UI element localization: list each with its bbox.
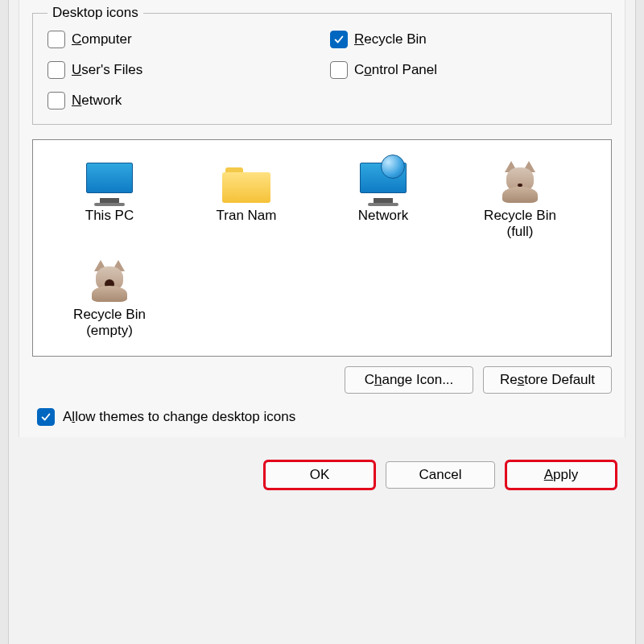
desktop-icons-group: Desktop icons Computer Recycle Bin — [32, 5, 612, 125]
checkbox-label: Control Panel — [354, 62, 437, 78]
checkbox-recycle-bin[interactable]: Recycle Bin — [330, 31, 597, 48]
icon-item-network[interactable]: Network — [315, 150, 452, 249]
checkbox-label: Allow themes to change desktop icons — [63, 409, 295, 425]
folder-icon — [217, 155, 275, 203]
checkbox-box — [47, 31, 65, 48]
network-icon — [354, 155, 412, 203]
icon-label: Recycle Bin (full) — [455, 208, 585, 241]
checkbox-label: Computer — [72, 31, 132, 47]
cat-open-icon — [80, 254, 138, 302]
icon-item-user-folder[interactable]: Tran Nam — [178, 150, 315, 249]
change-icon-button[interactable]: Change Icon... — [345, 366, 473, 394]
checkbox-label: Recycle Bin — [354, 31, 427, 47]
checkbox-box — [47, 61, 65, 79]
dialog-button-row: OK Cancel Apply — [9, 437, 635, 489]
icon-label: This PC — [44, 208, 175, 224]
icon-preview-panel: This PC Tran Nam Network — [32, 139, 612, 357]
icon-item-recycle-bin-full[interactable]: Recycle Bin (full) — [452, 150, 588, 249]
cancel-button[interactable]: Cancel — [386, 461, 495, 489]
checkbox-label: Network — [72, 93, 122, 109]
checkbox-box — [330, 31, 348, 48]
group-legend: Desktop icons — [47, 5, 143, 21]
monitor-icon — [80, 155, 138, 203]
checkbox-users-files[interactable]: User's Files — [47, 61, 314, 79]
icon-label: Recycle Bin (empty) — [44, 307, 175, 340]
checkbox-control-panel[interactable]: Control Panel — [330, 61, 597, 79]
checkbox-network[interactable]: Network — [47, 92, 314, 109]
icon-item-this-pc[interactable]: This PC — [41, 150, 178, 249]
icon-label: Tran Nam — [181, 208, 312, 224]
icon-item-recycle-bin-empty[interactable]: Recycle Bin (empty) — [41, 249, 178, 348]
ok-button[interactable]: OK — [265, 461, 374, 489]
checkbox-computer[interactable]: Computer — [47, 31, 314, 48]
checkbox-box — [37, 408, 55, 426]
icon-label: Network — [318, 208, 448, 224]
cat-icon — [491, 155, 549, 203]
checkbox-allow-themes[interactable]: Allow themes to change desktop icons — [37, 408, 607, 426]
apply-button[interactable]: Apply — [506, 461, 616, 489]
checkbox-box — [47, 92, 65, 109]
restore-default-button[interactable]: Restore Default — [483, 366, 612, 394]
checkbox-box — [330, 61, 348, 79]
checkbox-label: User's Files — [72, 62, 142, 78]
